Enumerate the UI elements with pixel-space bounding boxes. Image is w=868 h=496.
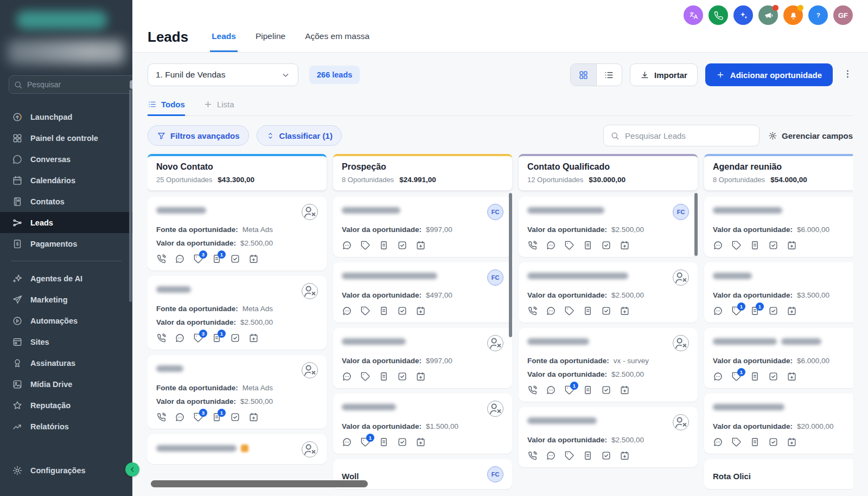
tag-icon[interactable]: 1 <box>564 385 575 395</box>
tag-icon[interactable] <box>564 450 575 461</box>
note-icon[interactable] <box>379 437 389 447</box>
sidebar-item-launchpad[interactable]: Launchpad <box>0 106 132 127</box>
note-icon[interactable] <box>583 385 593 395</box>
calendar-icon[interactable] <box>620 385 630 395</box>
chat-icon[interactable] <box>342 371 352 382</box>
calendar-icon[interactable] <box>620 450 630 461</box>
calendar-icon[interactable] <box>787 306 797 316</box>
chat-icon[interactable] <box>342 240 352 250</box>
chat-icon[interactable] <box>175 333 185 343</box>
calendar-icon[interactable] <box>620 240 630 250</box>
phone-icon[interactable] <box>156 333 167 343</box>
tab-pipeline[interactable]: Pipeline <box>254 22 287 52</box>
opportunity-card[interactable]: Rota Olici <box>704 459 853 489</box>
unassigned-user-icon[interactable] <box>302 362 318 378</box>
sidebar-item-mídia-drive[interactable]: Mídia Drive <box>0 373 132 395</box>
opportunity-card[interactable]: Valor da oportunidade: $6.000,00 <box>704 197 853 257</box>
assignee-avatar[interactable]: FC <box>673 204 689 220</box>
calendar-icon[interactable] <box>416 240 426 250</box>
note-icon[interactable] <box>750 240 760 250</box>
task-icon[interactable] <box>601 450 611 461</box>
sidebar-scrollbar[interactable] <box>129 89 132 302</box>
phone-icon[interactable] <box>527 306 538 316</box>
note-icon[interactable]: 1 <box>212 412 222 422</box>
sidebar-item-sites[interactable]: Sites <box>0 331 132 352</box>
tag-icon[interactable]: 1 <box>731 371 742 382</box>
task-icon[interactable] <box>768 240 778 250</box>
megaphone-button[interactable] <box>758 5 778 25</box>
task-icon[interactable] <box>397 437 407 447</box>
add-opportunity-button[interactable]: Adicionar oportunidade <box>705 63 833 86</box>
list-view-button[interactable] <box>596 64 622 86</box>
column-scrollbar[interactable] <box>694 193 698 256</box>
note-icon[interactable] <box>583 240 593 250</box>
sidebar-search[interactable]: ctrl K <box>9 75 154 94</box>
sparkles-button[interactable] <box>733 5 753 25</box>
help-button[interactable]: ? <box>808 5 828 25</box>
task-icon[interactable] <box>601 306 611 316</box>
sidebar-item-contatos[interactable]: Contatos <box>0 191 132 212</box>
add-list-tab[interactable]: Lista <box>203 100 234 116</box>
sort-button[interactable]: Classificar (1) <box>257 125 342 146</box>
task-icon[interactable] <box>601 240 611 250</box>
chat-icon[interactable] <box>546 385 556 395</box>
opportunity-card[interactable]: Fonte da oportunidade: Meta AdsValor da … <box>148 276 327 350</box>
task-icon[interactable] <box>397 371 407 382</box>
assignee-avatar[interactable]: FC <box>487 466 503 482</box>
assignee-avatar[interactable]: FC <box>487 269 503 286</box>
note-icon[interactable] <box>583 450 593 461</box>
tag-icon[interactable] <box>731 240 742 250</box>
opportunity-card[interactable]: Valor da oportunidade: $2.500,00 <box>519 262 698 323</box>
calendar-icon[interactable] <box>787 371 797 382</box>
opportunity-card[interactable]: Valor da oportunidade: $3.500,0011 <box>704 262 853 323</box>
calendar-icon[interactable] <box>248 412 259 422</box>
chat-icon[interactable] <box>713 306 723 316</box>
calendar-icon[interactable] <box>416 437 426 447</box>
note-icon[interactable] <box>750 371 760 382</box>
tag-icon[interactable] <box>360 306 371 316</box>
calendar-icon[interactable] <box>248 333 259 343</box>
opportunity-card[interactable]: Valor da oportunidade: $2.500,00 <box>519 407 698 467</box>
chat-icon[interactable] <box>342 306 352 316</box>
sidebar-collapse-button[interactable] <box>125 462 139 476</box>
calendar-icon[interactable] <box>416 371 426 382</box>
leads-search-input[interactable] <box>625 131 752 140</box>
note-icon[interactable] <box>379 371 389 382</box>
phone-button[interactable] <box>709 5 728 25</box>
opportunity-card[interactable]: Valor da oportunidade: $6.000,001 <box>704 328 853 388</box>
phone-icon[interactable] <box>156 254 167 264</box>
calendar-icon[interactable] <box>787 240 797 250</box>
note-icon[interactable]: 1 <box>212 333 222 343</box>
unassigned-user-icon[interactable] <box>302 204 318 220</box>
horizontal-scrollbar[interactable] <box>151 480 368 487</box>
unassigned-user-icon[interactable] <box>487 335 503 351</box>
note-icon[interactable] <box>379 306 389 316</box>
calendar-icon[interactable] <box>416 306 426 316</box>
sidebar-search-input[interactable] <box>27 80 125 89</box>
chat-icon[interactable] <box>713 371 723 382</box>
sidebar-item-configurações[interactable]: Configurações <box>0 460 132 481</box>
phone-icon[interactable] <box>527 385 538 395</box>
opportunity-card[interactable]: Fonte da oportunidade: vx - surveyValor … <box>519 328 698 402</box>
sidebar-item-automações[interactable]: Automações <box>0 310 132 331</box>
bell-button[interactable] <box>783 5 803 25</box>
task-icon[interactable] <box>601 385 611 395</box>
smartlist-tab-todos[interactable]: Todos <box>148 100 185 116</box>
unassigned-user-icon[interactable] <box>673 335 689 351</box>
unassigned-user-icon[interactable] <box>302 441 318 458</box>
calendar-icon[interactable] <box>620 306 630 316</box>
opportunity-card[interactable]: Fonte da oportunidade: Meta AdsValor da … <box>148 355 327 429</box>
sidebar-item-leads[interactable]: Leads <box>0 212 132 233</box>
more-options-button[interactable] <box>840 67 853 83</box>
column-scrollbar[interactable] <box>509 193 512 337</box>
chat-icon[interactable] <box>713 240 723 250</box>
sidebar-item-conversas[interactable]: Conversas <box>0 149 132 170</box>
sidebar-item-agentes-de-ai[interactable]: Agentes de AI <box>0 268 132 289</box>
tag-icon[interactable]: 1 <box>360 437 371 447</box>
sidebar-item-assinaturas[interactable]: Assinaturas <box>0 352 132 373</box>
chat-icon[interactable] <box>342 437 352 447</box>
sidebar-item-reputação[interactable]: Reputação <box>0 395 132 416</box>
task-icon[interactable] <box>230 333 240 343</box>
note-icon[interactable]: 1 <box>750 306 760 316</box>
assignee-avatar[interactable]: FC <box>487 204 503 220</box>
